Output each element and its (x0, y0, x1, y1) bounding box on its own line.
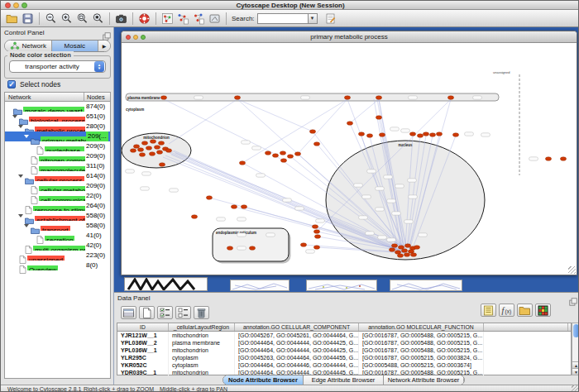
tab-mosaic[interactable]: Mosaic (52, 41, 99, 51)
network-node[interactable] (156, 151, 162, 155)
network-node[interactable] (376, 116, 381, 120)
network-node[interactable] (154, 146, 160, 150)
network-node[interactable] (404, 253, 409, 257)
network-node[interactable] (239, 161, 245, 165)
network-node[interactable] (379, 133, 385, 137)
table-scrollbar[interactable]: ▲ ▼ (572, 323, 579, 375)
app-resize-grip[interactable] (572, 385, 579, 392)
background-window-fragment[interactable] (390, 280, 462, 291)
network-node[interactable] (287, 155, 293, 159)
tree-row[interactable]: cellular process614(0) (5, 171, 110, 181)
network-node[interactable] (160, 96, 166, 100)
network-node[interactable] (401, 249, 407, 253)
tree-row[interactable]: multi-organism pro42(0) (5, 241, 110, 251)
expand-arrow-icon[interactable] (12, 115, 17, 118)
table-row[interactable]: YPL036W__1mitochondrion[GO:0044464, GO:0… (117, 347, 571, 354)
network-node[interactable] (265, 151, 270, 155)
window-resize-grip[interactable] (568, 266, 576, 274)
network-node[interactable] (150, 140, 156, 144)
network-node[interactable] (366, 134, 372, 138)
annotation-icon[interactable] (208, 12, 222, 26)
new-network-icon[interactable] (160, 12, 175, 26)
table-row[interactable]: YKR052Ccytoplasm[GO:0044464, GO:0044446,… (117, 361, 571, 369)
network-node[interactable] (358, 132, 364, 136)
import-attributes-button[interactable] (481, 304, 496, 317)
network-node[interactable] (417, 134, 423, 138)
column-header[interactable]: annotation.GO CELLULAR_COMPONENT (235, 323, 359, 331)
network-window-titlebar[interactable]: primary metabolic process (122, 31, 577, 43)
background-window-fragment[interactable] (124, 277, 208, 291)
tree-row[interactable]: metabolic process280(0) (5, 122, 110, 131)
hide-selected-icon[interactable] (176, 12, 190, 26)
background-window-fragment[interactable] (306, 280, 377, 291)
select-attributes-button[interactable] (157, 306, 173, 319)
network-node[interactable] (313, 246, 319, 250)
tree-row[interactable]: response to stimulu264(0) (5, 201, 110, 211)
network-node[interactable] (309, 130, 315, 134)
network-node[interactable] (409, 132, 415, 136)
search-input[interactable] (257, 13, 309, 24)
network-node[interactable] (344, 96, 350, 100)
scroll-down-button[interactable]: ▼ (572, 368, 579, 375)
tab-overflow-arrow[interactable]: ▶ (98, 41, 110, 51)
help-icon[interactable] (137, 12, 151, 26)
network-node[interactable] (137, 148, 143, 152)
table-row[interactable]: YLR295Ccytoplasm[GO:0045263, GO:0044464,… (117, 354, 571, 361)
zoom-in-icon[interactable] (60, 12, 74, 26)
network-node[interactable] (397, 254, 403, 258)
expand-arrow-icon[interactable] (18, 174, 23, 178)
expand-arrow-icon[interactable] (18, 125, 23, 128)
table-row[interactable]: YJR121W__1mitochondrion[GO:0045267, GO:0… (117, 332, 571, 339)
network-node[interactable] (146, 146, 151, 151)
network-node[interactable] (231, 205, 237, 209)
network-node[interactable] (404, 244, 410, 248)
tree-row[interactable]: transport558(0) (5, 221, 110, 231)
tree-row[interactable]: secretion41(0) (5, 231, 110, 241)
network-node[interactable] (347, 122, 352, 126)
zoom-selected-icon[interactable] (75, 12, 89, 26)
network-node[interactable] (313, 142, 319, 146)
tree-row[interactable]: macromolecule311(0) (5, 161, 110, 171)
network-node[interactable] (447, 96, 453, 100)
network-node[interactable] (234, 96, 240, 100)
network-node[interactable] (249, 246, 255, 251)
zoom-out-icon[interactable] (44, 12, 58, 26)
network-node[interactable] (391, 244, 397, 248)
network-node[interactable] (423, 132, 428, 136)
network-node[interactable] (139, 153, 145, 157)
tab-network-attribute-browser[interactable]: Network Attribute Browser (384, 375, 464, 385)
network-node[interactable] (165, 149, 171, 153)
show-all-icon[interactable] (192, 12, 206, 26)
delete-attribute-button[interactable] (194, 306, 209, 319)
tree-row[interactable]: cell communicat22(0) (5, 191, 110, 201)
snapshot-icon[interactable] (114, 12, 128, 26)
tab-network[interactable]: Network (5, 41, 52, 51)
network-node[interactable] (191, 215, 197, 219)
network-node[interactable] (159, 163, 165, 167)
network-node[interactable] (398, 246, 404, 250)
network-node[interactable] (313, 230, 319, 234)
background-window-fragment[interactable] (230, 280, 290, 291)
column-header[interactable]: _cellularLayoutRegion (169, 323, 235, 331)
network-node[interactable] (452, 133, 458, 137)
tree-row[interactable]: primary metabo209(... (5, 131, 110, 141)
network-node[interactable] (414, 246, 419, 250)
tree-row[interactable]: establishment of lo558(0) (5, 211, 110, 221)
network-node[interactable] (314, 235, 320, 239)
network-node[interactable] (141, 141, 147, 146)
tree-row[interactable]: unassigned223(0) (5, 251, 110, 261)
open-attribute-button[interactable] (517, 304, 533, 317)
tree-row[interactable]: Overview8(0) (5, 261, 110, 270)
new-attribute-button[interactable] (139, 306, 155, 319)
open-icon[interactable] (5, 12, 19, 26)
tree-row[interactable]: biological_process651(0) (5, 112, 110, 122)
function-builder-button[interactable]: f(x) (499, 304, 514, 317)
network-node[interactable] (312, 225, 318, 229)
network-node[interactable] (560, 157, 566, 161)
tree-row[interactable]: cellular metabo209(0) (5, 181, 110, 191)
network-node[interactable] (389, 248, 395, 252)
network-node[interactable] (410, 253, 416, 257)
network-node[interactable] (133, 145, 139, 149)
network-node[interactable] (206, 196, 212, 200)
network-node[interactable] (158, 141, 164, 146)
